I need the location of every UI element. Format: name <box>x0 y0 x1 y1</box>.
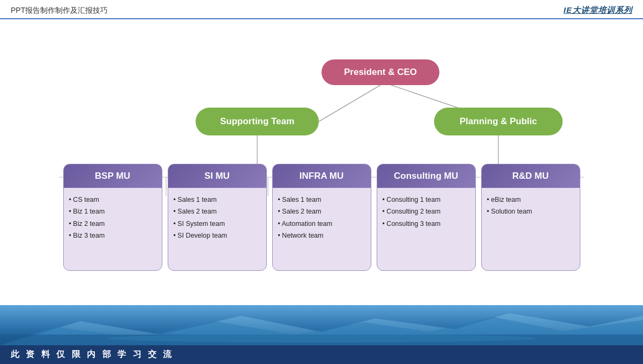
footer-gradient <box>0 305 643 345</box>
rnd-mu-body: • eBiz team • Solution team <box>482 188 580 225</box>
infra-mu-body: • Sales 1 team • Sales 2 team • Automati… <box>273 188 371 248</box>
list-item: • Automation team <box>278 218 365 230</box>
infra-mu-box: INFRA MU • Sales 1 team • Sales 2 team •… <box>272 164 371 271</box>
list-item: • Biz 3 team <box>69 230 156 241</box>
supporting-team-node: Supporting Team <box>196 108 319 135</box>
page-header: PPT报告制作制作及汇报技巧 IE大讲堂培训系列 <box>0 0 643 19</box>
bsp-mu-header: BSP MU <box>64 164 162 188</box>
consulting-mu-box: Consulting MU • Consulting 1 team • Cons… <box>377 164 476 271</box>
list-item: • CS team <box>69 194 156 206</box>
footer-area: 此 资 料 仅 限 内 部 学 习 交 流 <box>0 305 643 364</box>
list-item: • Consulting 1 team <box>383 194 470 206</box>
list-item: • Consulting 3 team <box>383 218 470 230</box>
list-item: • SI Develop team <box>174 230 261 241</box>
list-item: • Biz 1 team <box>69 206 156 217</box>
rnd-mu-header: R&D MU <box>482 164 580 188</box>
list-item: • Sales 2 team <box>278 206 365 217</box>
bsp-mu-body: • CS team • Biz 1 team • Biz 2 team • Bi… <box>64 188 162 248</box>
svg-point-14 <box>107 334 536 343</box>
mu-boxes-container: BSP MU • CS team • Biz 1 team • Biz 2 te… <box>16 164 627 271</box>
list-item: • Sales 1 team <box>278 194 365 206</box>
consulting-mu-body: • Consulting 1 team • Consulting 2 team … <box>377 188 475 237</box>
list-item: • eBiz team <box>487 194 574 206</box>
page-title: PPT报告制作制作及汇报技巧 <box>11 6 108 16</box>
list-item: • Sales 1 team <box>174 194 261 206</box>
rnd-mu-box: R&D MU • eBiz team • Solution team <box>481 164 580 271</box>
main-content: President & CEO Supporting Team Planning… <box>0 19 643 303</box>
list-item: • Network team <box>278 230 365 241</box>
list-item: • Consulting 2 team <box>383 206 470 217</box>
ceo-node: President & CEO <box>322 59 439 85</box>
footer-text: 此 资 料 仅 限 内 部 学 习 交 流 <box>11 349 174 360</box>
brand-title: IE大讲堂培训系列 <box>564 5 632 16</box>
infra-mu-header: INFRA MU <box>273 164 371 188</box>
consulting-mu-header: Consulting MU <box>377 164 475 188</box>
bsp-mu-box: BSP MU • CS team • Biz 1 team • Biz 2 te… <box>63 164 162 271</box>
svg-line-0 <box>319 85 380 122</box>
landscape-svg <box>0 305 643 345</box>
footer-text-bar: 此 资 料 仅 限 内 部 学 习 交 流 <box>0 345 643 364</box>
list-item: • Solution team <box>487 206 574 217</box>
si-mu-header: SI MU <box>168 164 266 188</box>
si-mu-body: • Sales 1 team • Sales 2 team • SI Syste… <box>168 188 266 248</box>
list-item: • Biz 2 team <box>69 218 156 230</box>
si-mu-box: SI MU • Sales 1 team • Sales 2 team • SI… <box>168 164 267 271</box>
list-item: • Sales 2 team <box>174 206 261 217</box>
planning-node: Planning & Public <box>434 108 563 135</box>
list-item: • SI System team <box>174 218 261 230</box>
